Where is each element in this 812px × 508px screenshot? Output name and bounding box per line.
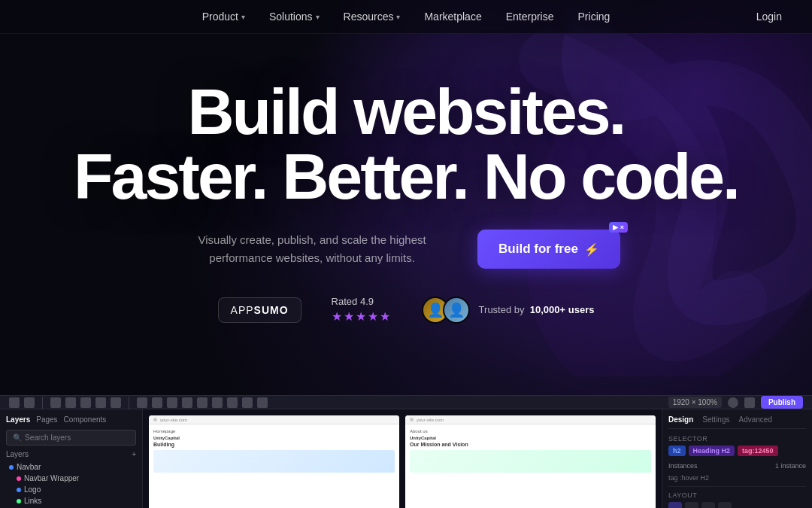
social-proof-section: APP SUMO Rated 4.9 ★★★★★ 👤 👤 Trusted by … xyxy=(0,296,812,324)
hero-heading-line1: Build websites. xyxy=(74,79,738,144)
layer-logo[interactable]: Logo xyxy=(6,484,136,495)
layout-icons xyxy=(668,502,806,508)
tab-components[interactable]: Components xyxy=(64,415,107,424)
nav-item-marketplace[interactable]: Marketplace xyxy=(424,11,481,23)
panel-tabs: Design Settings Advanced xyxy=(668,415,806,429)
page-url-dot xyxy=(153,418,157,421)
toolbar-icon-settings[interactable] xyxy=(744,397,755,408)
layout-label: Layout xyxy=(668,491,806,499)
build-for-free-button[interactable]: Build for free ⚡ xyxy=(477,230,620,269)
layout-icon-block[interactable] xyxy=(701,502,715,508)
toolbar-icon-frame[interactable] xyxy=(65,397,76,408)
canvas-page-about[interactable]: your-site.com About us UnityCapital Our … xyxy=(405,415,656,508)
layout-icon-grid[interactable] xyxy=(685,502,698,508)
nav-links: Product ▾ Solutions ▾ Resources ▾ Market… xyxy=(202,11,611,23)
editor-body: Layers Pages Components 🔍 Search layers … xyxy=(0,409,812,508)
toolbar-icon-extra4[interactable] xyxy=(242,397,253,408)
nav-link-product[interactable]: Product ▾ xyxy=(202,11,245,23)
nav-link-marketplace[interactable]: Marketplace xyxy=(424,11,481,23)
login-link[interactable]: Login xyxy=(756,11,782,23)
page-url-dot xyxy=(410,418,414,421)
chevron-down-icon: ▾ xyxy=(396,13,400,21)
toolbar-icon-shapes[interactable] xyxy=(111,397,121,408)
avatar-2: 👤 xyxy=(443,297,470,324)
editor-toolbar: 1920 × 100% Publish xyxy=(0,396,812,409)
layer-label: Links xyxy=(24,497,41,505)
selector-tag-custom[interactable]: tag:12450 xyxy=(738,446,778,456)
editor-right-panel: Design Settings Advanced Selector h2 Hea… xyxy=(662,409,812,508)
layer-links[interactable]: Links xyxy=(6,495,136,506)
toolbar-icon-play[interactable] xyxy=(728,397,738,408)
canvas-page-homepage[interactable]: your-site.com Homepage UnityCapital Buil… xyxy=(149,415,399,508)
editor-sidebar: Layers Pages Components 🔍 Search layers … xyxy=(0,409,143,508)
layer-navbar-wrapper[interactable]: Navbar Wrapper xyxy=(6,473,136,484)
cta-button-wrapper: ▶ × Build for free ⚡ xyxy=(477,230,620,269)
tag-hover-label: tag :hover H2 xyxy=(668,474,806,482)
toolbar-separator-2 xyxy=(129,397,129,409)
selector-tag-heading[interactable]: Heading H2 xyxy=(689,446,735,456)
toolbar-icon-link[interactable] xyxy=(137,397,147,408)
hero-section: Build websites. Faster. Better. No code.… xyxy=(0,34,812,269)
tab-design[interactable]: Design xyxy=(668,415,693,424)
page-content-homepage: Homepage UnityCapital Building xyxy=(149,424,399,477)
search-layers-input[interactable]: 🔍 Search layers xyxy=(6,430,136,446)
toolbar-icon-italic[interactable] xyxy=(167,397,177,408)
nav-link-resources[interactable]: Resources ▾ xyxy=(344,11,401,23)
layer-navbar[interactable]: Navbar xyxy=(6,461,136,473)
page-url-homepage: your-site.com xyxy=(160,418,187,422)
layout-icon-flex[interactable] xyxy=(668,502,682,508)
toolbar-icon-text[interactable] xyxy=(80,397,91,408)
cta-corner-badge: ▶ × xyxy=(609,222,628,233)
chevron-down-icon: ▾ xyxy=(241,13,245,21)
hero-sub-row: Visually create, publish, and scale the … xyxy=(192,230,620,269)
tab-pages[interactable]: Pages xyxy=(36,415,57,424)
nav-item-enterprise[interactable]: Enterprise xyxy=(506,11,554,23)
toolbar-icon-bold[interactable] xyxy=(152,397,162,408)
toolbar-icon-extra2[interactable] xyxy=(212,397,223,408)
toolbar-icon-undo[interactable] xyxy=(9,397,20,408)
canvas-brand-about: UnityCapital xyxy=(410,436,651,440)
appsumo-app-text: APP xyxy=(231,304,254,316)
instances-value: 1 instance xyxy=(775,462,806,470)
trusted-block: 👤 👤 Trusted by 10,000+ users xyxy=(422,297,595,324)
rated-text: Rated 4.9 xyxy=(332,296,374,307)
nav-item-solutions[interactable]: Solutions ▾ xyxy=(269,11,320,23)
toolbar-separator xyxy=(42,397,43,409)
selector-tag-h2[interactable]: h2 xyxy=(668,446,686,456)
toolbar-icon-extra3[interactable] xyxy=(227,397,238,408)
layer-label: Navbar Wrapper xyxy=(24,474,79,482)
instances-label: Instances xyxy=(668,462,698,470)
toolbar-icon-pointer[interactable] xyxy=(50,397,61,408)
toolbar-icon-redo[interactable] xyxy=(24,397,35,408)
toolbar-icon-extra5[interactable] xyxy=(257,397,268,408)
nav-link-enterprise[interactable]: Enterprise xyxy=(506,11,554,23)
appsumo-badge: APP SUMO xyxy=(218,297,301,323)
nav-item-resources[interactable]: Resources ▾ xyxy=(344,11,401,23)
layer-label: Logo xyxy=(24,485,41,494)
instances-row: Instances 1 instance xyxy=(668,462,806,470)
nav-item-pricing[interactable]: Pricing xyxy=(578,11,611,23)
canvas-about-image xyxy=(410,450,651,473)
toolbar-icon-align[interactable] xyxy=(182,397,192,408)
nav-link-solutions[interactable]: Solutions ▾ xyxy=(269,11,320,23)
toolbar-icon-extra1[interactable] xyxy=(197,397,208,408)
canvas-label-homepage: Homepage xyxy=(153,429,395,433)
layout-icon-none[interactable] xyxy=(718,502,732,508)
canvas-label-about: About us xyxy=(410,429,651,433)
toolbar-icon-image[interactable] xyxy=(95,397,106,408)
rating-block: Rated 4.9 ★★★★★ xyxy=(332,296,392,324)
add-layer-icon[interactable]: + xyxy=(132,450,136,458)
tab-advanced[interactable]: Advanced xyxy=(738,415,771,424)
layer-dot xyxy=(17,476,21,481)
tab-layers[interactable]: Layers xyxy=(6,415,30,424)
toolbar-zoom: 1920 × 100% xyxy=(668,397,722,408)
editor-canvas: your-site.com Homepage UnityCapital Buil… xyxy=(143,409,662,508)
trusted-text: Trusted by 10,000+ users xyxy=(479,304,595,315)
nav-link-pricing[interactable]: Pricing xyxy=(578,11,611,23)
publish-button[interactable]: Publish xyxy=(761,396,803,409)
panel-divider xyxy=(668,486,806,487)
nav-item-product[interactable]: Product ▾ xyxy=(202,11,245,23)
chevron-down-icon: ▾ xyxy=(316,13,320,21)
tab-settings[interactable]: Settings xyxy=(702,415,729,424)
page-content-about: About us UnityCapital Our Mission and Vi… xyxy=(405,424,656,477)
